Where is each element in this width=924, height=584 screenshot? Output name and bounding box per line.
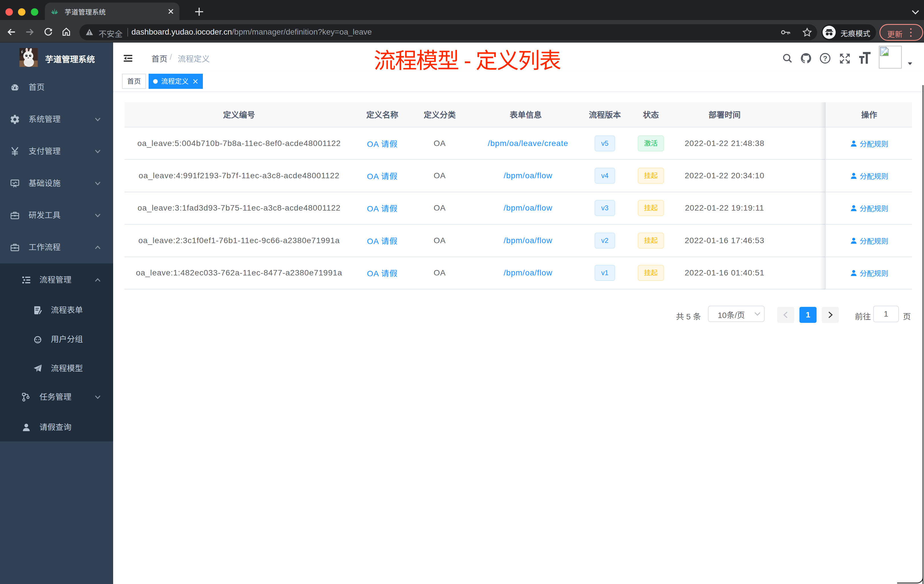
svg-text:?: ? xyxy=(823,54,827,62)
